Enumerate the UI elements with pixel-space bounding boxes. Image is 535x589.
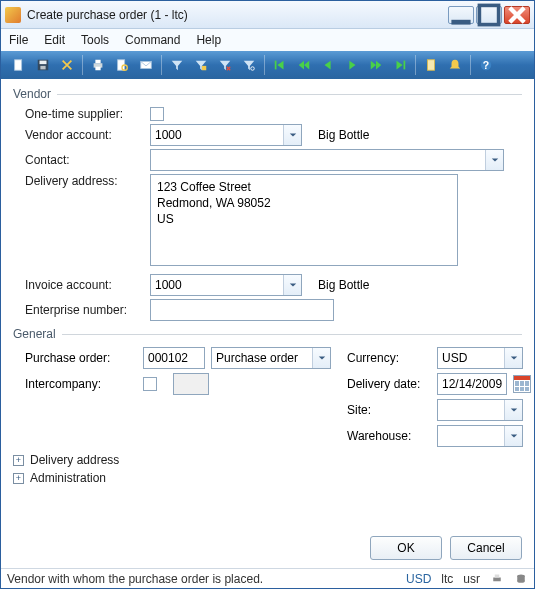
help-icon[interactable]: ? (475, 54, 497, 76)
status-currency[interactable]: USD (406, 572, 431, 586)
menu-edit[interactable]: Edit (44, 33, 65, 47)
dialog-buttons: OK Cancel (1, 532, 534, 568)
contact-label: Contact: (25, 153, 150, 167)
invoice-account-field[interactable]: 1000 (150, 274, 302, 296)
statusbar: Vendor with whom the purchase order is p… (1, 568, 534, 588)
chevron-down-icon[interactable] (283, 275, 301, 295)
one-time-supplier-checkbox[interactable] (150, 107, 164, 121)
purchase-order-field[interactable]: 000102 (143, 347, 205, 369)
maximize-button[interactable] (476, 6, 502, 24)
status-db-icon[interactable] (514, 572, 528, 586)
app-icon (5, 7, 21, 23)
next-icon[interactable] (365, 54, 387, 76)
prev-icon[interactable] (293, 54, 315, 76)
delivery-date-field[interactable]: 12/14/2009 (437, 373, 507, 395)
status-message: Vendor with whom the purchase order is p… (7, 572, 263, 586)
delivery-date-label: Delivery date: (347, 377, 431, 391)
titlebar[interactable]: Create purchase order (1 - ltc) (1, 1, 534, 29)
enterprise-number-field[interactable] (150, 299, 334, 321)
minimize-button[interactable] (448, 6, 474, 24)
window-title: Create purchase order (1 - ltc) (27, 8, 448, 22)
warehouse-field[interactable] (437, 425, 523, 447)
svg-rect-7 (95, 60, 100, 64)
purchase-order-label: Purchase order: (25, 351, 137, 365)
vendor-account-display: Big Bottle (318, 128, 369, 142)
menu-help[interactable]: Help (196, 33, 221, 47)
last-icon[interactable] (389, 54, 411, 76)
status-print-icon[interactable] (490, 572, 504, 586)
forward-icon[interactable] (341, 54, 363, 76)
delivery-address-field[interactable]: 123 Coffee Street Redmond, WA 98052 US (150, 174, 458, 266)
ok-button[interactable]: OK (370, 536, 442, 560)
svg-rect-19 (493, 577, 501, 581)
delete-icon[interactable] (56, 54, 78, 76)
svg-rect-16 (428, 60, 435, 71)
intercompany-checkbox[interactable] (143, 377, 157, 391)
svg-point-23 (517, 579, 525, 582)
svg-rect-4 (40, 61, 47, 65)
plus-icon: + (13, 473, 24, 484)
alert-icon[interactable] (444, 54, 466, 76)
svg-rect-20 (495, 574, 500, 577)
menu-file[interactable]: File (9, 33, 28, 47)
save-icon[interactable] (32, 54, 54, 76)
administration-expander[interactable]: + Administration (13, 471, 522, 485)
toolbar: ? (1, 51, 534, 79)
chevron-down-icon[interactable] (283, 125, 301, 145)
svg-rect-0 (451, 19, 470, 24)
cancel-button[interactable]: Cancel (450, 536, 522, 560)
enterprise-number-label: Enterprise number: (25, 303, 150, 317)
chevron-down-icon[interactable] (504, 400, 522, 420)
filter-lookup-icon[interactable] (238, 54, 260, 76)
currency-field[interactable]: USD (437, 347, 523, 369)
menu-tools[interactable]: Tools (81, 33, 109, 47)
menubar: File Edit Tools Command Help (1, 29, 534, 51)
svg-rect-5 (40, 66, 45, 70)
site-label: Site: (347, 403, 431, 417)
chevron-down-icon[interactable] (504, 348, 522, 368)
currency-label: Currency: (347, 351, 431, 365)
svg-rect-8 (95, 67, 100, 71)
general-legend: General (13, 327, 56, 341)
chevron-down-icon[interactable] (312, 348, 330, 368)
svg-rect-2 (15, 60, 22, 71)
back-icon[interactable] (317, 54, 339, 76)
filter-selection-icon[interactable] (190, 54, 212, 76)
chevron-down-icon[interactable] (485, 150, 503, 170)
status-company[interactable]: ltc (441, 572, 453, 586)
svg-point-13 (251, 67, 255, 71)
svg-rect-12 (202, 66, 206, 70)
plus-icon: + (13, 455, 24, 466)
menu-command[interactable]: Command (125, 33, 180, 47)
vendor-section: Vendor One-time supplier: Vendor account… (13, 87, 522, 321)
attach-icon[interactable] (420, 54, 442, 76)
filter-icon[interactable] (166, 54, 188, 76)
svg-text:?: ? (483, 59, 489, 71)
invoice-account-value: 1000 (155, 278, 182, 292)
chevron-down-icon[interactable] (504, 426, 522, 446)
invoice-account-display: Big Bottle (318, 278, 369, 292)
first-icon[interactable] (269, 54, 291, 76)
delivery-address-expander[interactable]: + Delivery address (13, 453, 522, 467)
new-icon[interactable] (8, 54, 30, 76)
close-button[interactable] (504, 6, 530, 24)
window: Create purchase order (1 - ltc) File Edi… (0, 0, 535, 589)
send-icon[interactable] (135, 54, 157, 76)
intercompany-label: Intercompany: (25, 377, 137, 391)
vendor-account-value: 1000 (155, 128, 182, 142)
print-icon[interactable] (87, 54, 109, 76)
calendar-icon[interactable] (513, 375, 531, 393)
contact-field[interactable] (150, 149, 504, 171)
svg-rect-15 (404, 61, 406, 70)
vendor-account-field[interactable]: 1000 (150, 124, 302, 146)
purchase-type-field[interactable]: Purchase order (211, 347, 331, 369)
status-user[interactable]: usr (463, 572, 480, 586)
site-field[interactable] (437, 399, 523, 421)
filter-clear-icon[interactable] (214, 54, 236, 76)
delivery-address-label: Delivery address: (25, 174, 150, 188)
intercompany-aux-field (173, 373, 209, 395)
preview-icon[interactable] (111, 54, 133, 76)
svg-rect-14 (275, 61, 277, 70)
svg-rect-1 (479, 5, 498, 24)
invoice-account-label: Invoice account: (25, 278, 150, 292)
